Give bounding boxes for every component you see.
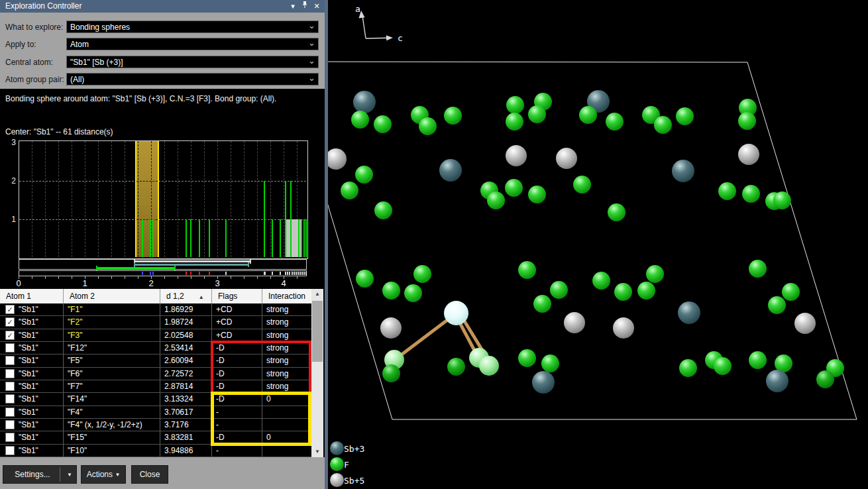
range-bar-cap: [250, 259, 251, 264]
x-minor-tick: [72, 276, 72, 279]
atom-fd[interactable]: [382, 364, 400, 382]
pin-icon[interactable]: [299, 0, 310, 13]
combo-atom-group-pair[interactable]: (All) ⌄: [66, 73, 319, 85]
cell-interaction: strong: [262, 354, 311, 366]
x-minor-tick: [45, 276, 46, 279]
checkbox-checked[interactable]: ✓: [5, 305, 15, 314]
x-tick-label: 3: [212, 278, 223, 288]
cell-atom1: "Sb1": [0, 393, 64, 405]
checkbox-unchecked[interactable]: [5, 433, 15, 442]
checkbox-unchecked[interactable]: [5, 356, 15, 365]
settings-button[interactable]: Settings... ▼: [3, 465, 77, 484]
checkbox-unchecked[interactable]: [5, 408, 15, 417]
rug-tick: [287, 272, 288, 275]
rug-tick: [294, 272, 295, 275]
checkbox-unchecked[interactable]: [5, 394, 15, 404]
gridline-x: [85, 141, 85, 257]
panel-splitter[interactable]: [325, 0, 328, 489]
table-row[interactable]: ✓"Sb1""F3"2.02548+CDstrong: [0, 329, 311, 342]
combo-what-to-explore[interactable]: Bonding spheres ⌄: [66, 21, 319, 33]
label-apply-to: Apply to:: [5, 38, 36, 51]
table-row[interactable]: "Sb1""F5"2.60094-Dstrong: [0, 354, 311, 367]
cell-atom1: "Sb1": [0, 354, 64, 366]
x-tick-label: 0: [13, 278, 24, 288]
rug-tick: [305, 272, 307, 275]
chevron-down-icon[interactable]: ⌄: [308, 36, 315, 49]
combo-central-atom[interactable]: "Sb1" [Sb (+3)] ⌄: [66, 56, 319, 68]
gridline-x: [164, 141, 165, 257]
range-bar-green: [97, 267, 175, 269]
band-gridline: [138, 141, 138, 257]
cell-atom1: "Sb1": [0, 445, 64, 457]
histogram-bar: [272, 219, 273, 257]
table-row[interactable]: "Sb1""F4"3.70617-: [0, 406, 311, 419]
actions-button-label: Actions: [87, 470, 113, 479]
table-row[interactable]: ✓"Sb1""F1"1.86929+CDstrong: [0, 303, 311, 316]
cell-atom1: ✓"Sb1": [0, 329, 64, 341]
cell-d: 2.53414: [160, 342, 212, 354]
table-row[interactable]: ✓"Sb1""F2"1.98724+CDstrong: [0, 316, 311, 329]
table-scrollbar[interactable]: ▲ ▼: [311, 289, 323, 457]
legend-label: Sb+3: [344, 444, 364, 454]
histogram-bar: [152, 219, 154, 257]
atom1-label: "Sb1": [19, 446, 38, 455]
central-atom-sb1[interactable]: [444, 301, 468, 325]
range-bar-silver: [135, 260, 250, 262]
window-menu-icon[interactable]: ▾: [288, 0, 298, 13]
close-button[interactable]: Close: [131, 465, 168, 484]
chevron-down-icon[interactable]: ⌄: [308, 54, 315, 67]
col-header-d12[interactable]: d 1,2▲: [160, 289, 212, 303]
table-row[interactable]: "Sb1""F7"2.87814-Dstrong: [0, 380, 311, 393]
rug-tick: [152, 272, 154, 275]
table-row[interactable]: "Sb1""F6"2.72572-Dstrong: [0, 368, 311, 380]
cell-atom1: ✓"Sb1": [0, 303, 64, 315]
checkbox-checked[interactable]: ✓: [5, 317, 15, 327]
legend-sphere-sb3: [330, 441, 344, 455]
selection-band[interactable]: [135, 141, 159, 257]
cell-d: 2.72572: [160, 368, 212, 380]
gridline-x: [32, 141, 32, 257]
checkbox-checked[interactable]: ✓: [5, 331, 15, 340]
range-bar-teal: [135, 264, 248, 266]
atom-fl[interactable]: [479, 356, 499, 376]
checkbox-unchecked[interactable]: [5, 369, 15, 378]
scroll-up-icon[interactable]: ▲: [311, 289, 323, 299]
col-header-interaction[interactable]: Interaction: [262, 289, 311, 303]
cell-atom1: "Sb1": [0, 431, 64, 443]
table-row[interactable]: "Sb1""F4" (x, 1/2-y, -1/2+z)3.7176-: [0, 419, 311, 431]
table-row[interactable]: "Sb1""F15"3.83281-D0: [0, 431, 311, 444]
scrollbar-thumb[interactable]: [312, 301, 323, 362]
close-icon[interactable]: ✕: [311, 0, 322, 13]
range-bar-cap: [134, 262, 135, 267]
table-row[interactable]: "Sb1""F12"2.53414-Dstrong: [0, 342, 311, 354]
atom-legend: Sb+3 F Sb+5: [330, 441, 364, 489]
cell-atom2: "F15": [64, 431, 160, 443]
table-row[interactable]: "Sb1""F14"3.13324-D0: [0, 393, 311, 406]
scroll-down-icon[interactable]: ▼: [311, 447, 323, 457]
combo-value: (All): [70, 75, 84, 84]
cell-interaction: [262, 419, 311, 431]
settings-dropdown-icon[interactable]: ▼: [67, 466, 72, 484]
info-area: Bonding sphere around atom: "Sb1" [Sb (+…: [0, 89, 325, 289]
chevron-down-icon[interactable]: ⌄: [308, 72, 315, 84]
actions-button[interactable]: Actions ▼: [81, 465, 126, 484]
label-central-atom: Central atom:: [5, 56, 53, 69]
col-header-flags[interactable]: Flags: [212, 289, 262, 303]
x-minor-tick: [178, 276, 178, 279]
rug-tick: [301, 272, 303, 275]
checkbox-unchecked[interactable]: [5, 382, 15, 391]
cell-flags: -D: [212, 380, 262, 392]
x-minor-tick: [297, 276, 298, 279]
atom1-label: "Sb1": [19, 317, 38, 327]
checkbox-unchecked[interactable]: [5, 343, 15, 353]
table-row[interactable]: "Sb1""F10"3.94886-: [0, 445, 311, 457]
panel-titlebar: Exploration Controller ▾ ✕: [0, 0, 325, 13]
cell-interaction: strong: [262, 342, 311, 354]
col-header-atom1[interactable]: Atom 1: [0, 289, 64, 303]
combo-apply-to[interactable]: Atom ⌄: [66, 38, 319, 50]
col-header-atom2[interactable]: Atom 2: [64, 289, 160, 303]
checkbox-unchecked[interactable]: [5, 446, 15, 455]
chevron-down-icon[interactable]: ⌄: [308, 19, 315, 32]
structure-viewer-3d[interactable]: a c Sb+3 F Sb+5: [325, 0, 868, 489]
checkbox-unchecked[interactable]: [5, 420, 15, 429]
